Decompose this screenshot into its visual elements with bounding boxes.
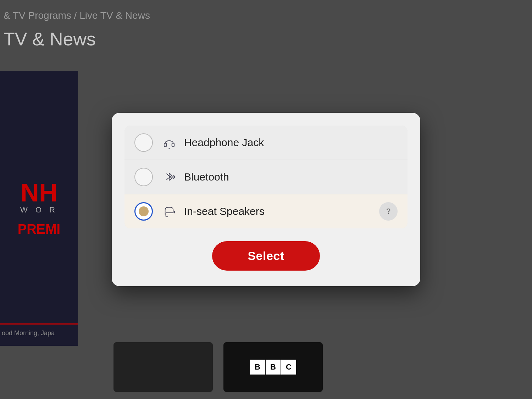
modal-overlay: Headphone Jack Bluetooth bbox=[0, 0, 532, 399]
headphone-jack-label: Headphone Jack bbox=[184, 137, 398, 149]
options-list: Headphone Jack Bluetooth bbox=[124, 126, 408, 228]
svg-point-3 bbox=[168, 149, 170, 149]
select-button[interactable]: Select bbox=[212, 241, 320, 271]
select-button-wrap: Select bbox=[124, 241, 408, 271]
headphone-icon bbox=[161, 134, 178, 151]
seat-speaker-icon bbox=[161, 203, 178, 220]
bluetooth-label: Bluetooth bbox=[184, 171, 398, 183]
option-in-seat-speakers[interactable]: In-seat Speakers ? bbox=[124, 194, 408, 228]
help-button[interactable]: ? bbox=[379, 202, 398, 221]
in-seat-speakers-label: In-seat Speakers bbox=[184, 205, 379, 217]
svg-rect-1 bbox=[172, 143, 174, 147]
bluetooth-icon bbox=[161, 168, 178, 185]
svg-rect-0 bbox=[164, 143, 167, 147]
radio-in-seat-speakers bbox=[134, 202, 153, 221]
radio-bluetooth bbox=[134, 168, 153, 186]
radio-headphone-jack bbox=[134, 133, 153, 152]
option-headphone-jack[interactable]: Headphone Jack bbox=[124, 126, 408, 160]
option-bluetooth[interactable]: Bluetooth bbox=[124, 160, 408, 194]
audio-selector-modal: Headphone Jack Bluetooth bbox=[112, 113, 420, 286]
radio-inner-dot bbox=[139, 206, 149, 216]
